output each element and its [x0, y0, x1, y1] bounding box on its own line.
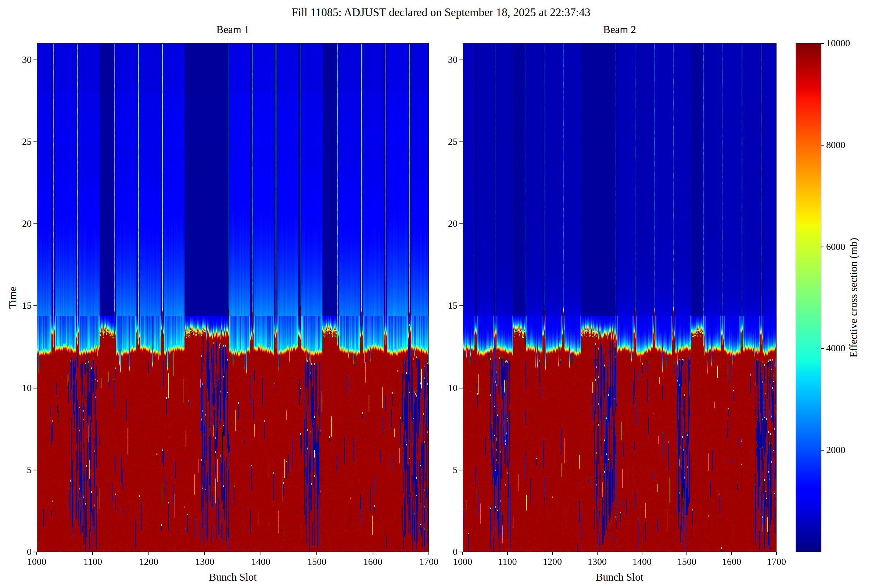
y-tick-label: 10 — [0, 382, 32, 394]
y-tick-mark — [459, 141, 463, 142]
y-tick-mark — [459, 470, 463, 470]
x-tick-label: 1000 — [11, 556, 63, 567]
x-tick-mark — [507, 552, 508, 555]
heatmap-beam2 — [463, 44, 777, 552]
x-tick-mark — [462, 552, 463, 555]
y-tick-mark — [459, 388, 463, 388]
x-axis-label-beam1: Bunch Slot — [37, 571, 429, 583]
x-tick-label: 1300 — [179, 556, 230, 567]
colorbar-tick-mark — [821, 43, 824, 44]
panel-title-beam2: Beam 2 — [463, 24, 777, 36]
x-tick-label: 1500 — [661, 556, 712, 567]
y-tick-label: 10 — [424, 382, 458, 394]
x-tick-mark — [776, 552, 777, 555]
x-tick-label: 1600 — [347, 556, 399, 567]
y-tick-mark — [459, 224, 463, 224]
x-tick-label: 1300 — [572, 556, 623, 567]
y-tick-label: 25 — [0, 136, 32, 148]
x-tick-mark — [92, 552, 93, 555]
colorbar-tick-label: 4000 — [826, 342, 882, 354]
y-tick-label: 15 — [424, 300, 458, 312]
x-tick-label: 1700 — [751, 556, 802, 567]
colorbar-label: Effective cross section (mb) — [848, 238, 860, 358]
y-tick-mark — [33, 224, 37, 224]
x-tick-mark — [373, 552, 374, 555]
y-tick-label: 20 — [0, 218, 32, 230]
y-tick-mark — [33, 60, 37, 60]
colorbar-tick-mark — [821, 450, 824, 450]
y-tick-label: 0 — [424, 546, 458, 558]
colorbar-gradient — [796, 44, 821, 552]
x-tick-mark — [552, 552, 553, 555]
x-tick-label: 1200 — [526, 556, 578, 567]
x-tick-mark — [261, 552, 261, 555]
colorbar-tick-mark — [821, 247, 824, 248]
figure-title: Fill 11085: ADJUST declared on September… — [0, 6, 882, 19]
y-tick-label: 20 — [424, 218, 458, 230]
y-tick-label: 15 — [0, 300, 32, 312]
y-tick-mark — [33, 141, 37, 142]
x-tick-mark — [148, 552, 149, 555]
x-tick-mark — [36, 552, 37, 555]
x-tick-label: 1200 — [123, 556, 175, 567]
x-tick-mark — [642, 552, 642, 555]
x-tick-label: 1400 — [616, 556, 668, 567]
x-tick-mark — [204, 552, 205, 555]
y-tick-label: 30 — [424, 54, 458, 66]
x-tick-label: 1000 — [437, 556, 488, 567]
x-tick-mark — [597, 552, 597, 555]
x-tick-label: 1500 — [291, 556, 342, 567]
y-tick-label: 0 — [0, 546, 32, 558]
y-tick-label: 30 — [0, 54, 32, 66]
colorbar-tick-mark — [821, 348, 824, 349]
y-tick-label: 25 — [424, 136, 458, 148]
colorbar-tick-label: 10000 — [826, 38, 882, 49]
colorbar-tick-label: 8000 — [826, 139, 882, 151]
x-tick-mark — [316, 552, 317, 555]
x-tick-mark — [687, 552, 687, 555]
y-tick-label: 5 — [0, 464, 32, 476]
y-tick-mark — [459, 60, 463, 60]
x-tick-label: 1100 — [482, 556, 533, 567]
heatmap-beam1 — [37, 44, 429, 552]
y-tick-mark — [33, 305, 37, 306]
colorbar-tick-mark — [821, 145, 824, 146]
colorbar-tick-label: 6000 — [826, 241, 882, 253]
y-tick-label: 5 — [424, 464, 458, 476]
y-tick-mark — [459, 552, 463, 552]
x-tick-label: 1100 — [67, 556, 118, 567]
y-tick-mark — [33, 388, 37, 388]
x-axis-label-beam2: Bunch Slot — [463, 571, 777, 583]
panel-title-beam1: Beam 1 — [37, 24, 429, 36]
figure: Fill 11085: ADJUST declared on September… — [0, 0, 882, 588]
y-tick-mark — [33, 470, 37, 470]
x-tick-label: 1600 — [706, 556, 758, 567]
colorbar-tick-label: 2000 — [826, 444, 882, 456]
y-tick-mark — [33, 552, 37, 552]
x-tick-mark — [731, 552, 732, 555]
y-tick-mark — [459, 305, 463, 306]
x-tick-label: 1400 — [235, 556, 286, 567]
